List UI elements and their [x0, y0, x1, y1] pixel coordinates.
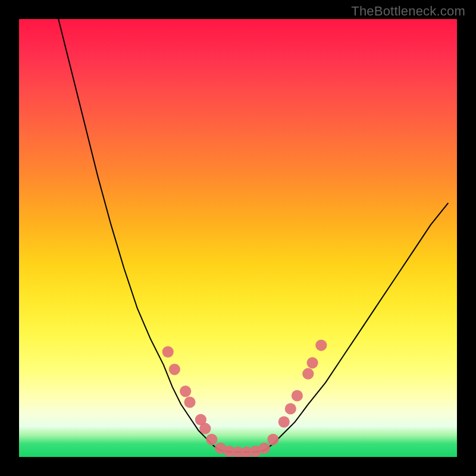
data-dot	[315, 340, 327, 351]
data-dot	[169, 364, 180, 375]
data-dot	[180, 386, 191, 397]
data-dot	[285, 403, 296, 414]
data-dot	[199, 423, 211, 434]
bottleneck-curve	[58, 19, 448, 452]
data-dot	[184, 396, 195, 408]
watermark-text: TheBottleneck.com	[351, 4, 465, 19]
data-dot	[267, 434, 278, 445]
data-dot	[278, 416, 290, 428]
chart-svg	[19, 19, 457, 457]
data-dot	[259, 443, 270, 454]
data-dot	[292, 390, 303, 401]
scatter-dots	[162, 340, 327, 457]
chart-frame: TheBottleneck.com	[0, 0, 476, 476]
data-dot	[206, 434, 217, 445]
data-dot	[302, 368, 314, 380]
data-dot	[162, 346, 174, 358]
plot-area	[19, 19, 457, 457]
data-dot	[307, 357, 318, 368]
